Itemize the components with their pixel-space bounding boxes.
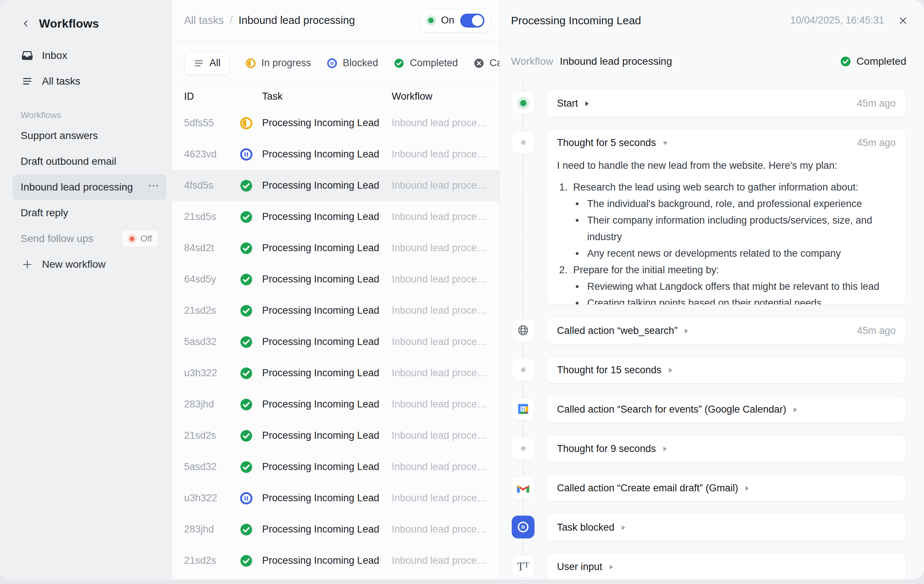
bullet-dot: • — [575, 295, 587, 305]
task-workflow: Inbound lead processing — [392, 524, 488, 535]
task-id: 21sd2s — [184, 305, 239, 316]
task-id: 21sd5s — [184, 211, 239, 222]
bullet-text: Creating talking points based on their p… — [587, 295, 821, 305]
status-dot-icon — [428, 18, 434, 23]
inbox-icon — [21, 49, 34, 62]
toggle-switch[interactable] — [460, 13, 485, 28]
table-row[interactable]: 21sd2sProcessing Incoming LeadInbound le… — [172, 295, 500, 326]
sidebar-item-send-follow-ups[interactable]: Send follow upsOff — [13, 226, 167, 252]
chevron-right-icon — [744, 485, 750, 492]
table-row[interactable]: 4fsd5sProcessing Incoming LeadInbound le… — [172, 170, 500, 201]
timeline-card-start[interactable]: Start45m ago — [546, 90, 906, 117]
blocked-icon — [327, 58, 338, 69]
more-options-icon[interactable]: ⋯ — [148, 185, 160, 189]
timeline-card-header: Thought for 15 seconds — [547, 357, 906, 383]
table-row[interactable]: 64sd5yProcessing Incoming LeadInbound le… — [172, 264, 500, 295]
task-workflow: Inbound lead processing — [392, 305, 488, 316]
timeline-card-title: User input — [557, 561, 602, 572]
timeline-timestamp: 45m ago — [857, 98, 896, 109]
sidebar-nav: InboxAll tasks — [0, 43, 172, 94]
blocked-icon — [239, 148, 262, 161]
blocked-icon — [239, 491, 262, 505]
table-row[interactable]: 21sd2sProcessing Incoming LeadInbound le… — [172, 545, 500, 576]
task-id: u3h322 — [184, 367, 239, 379]
tasks-header: All tasks / Inbound lead processing On — [172, 0, 500, 41]
sidebar-item-label: Inbox — [42, 49, 68, 61]
task-name: Processing Incoming Lead — [262, 117, 392, 129]
timeline-card-thought-for-9-seconds[interactable]: Thought for 9 seconds — [546, 435, 906, 462]
bullet-text: Any recent news or developments related … — [587, 245, 841, 262]
filter-tab-cancelled[interactable]: Cancelled — [474, 58, 500, 69]
table-row[interactable]: u3h322Processing Incoming LeadInbound le… — [172, 482, 500, 514]
gmail-icon — [516, 481, 530, 494]
workflow-on-toggle[interactable]: On — [421, 9, 491, 32]
task-id: 5asd32 — [184, 461, 239, 472]
sidebar-item-draft-reply[interactable]: Draft reply — [13, 200, 167, 226]
detail-workflow-row: Workflow Inbound lead processing Complet… — [500, 41, 924, 82]
task-name: Processing Incoming Lead — [262, 461, 392, 472]
thought-intro: I need to handle the new lead from the w… — [557, 157, 896, 174]
task-workflow: Inbound lead processing — [392, 148, 488, 160]
task-workflow: Inbound lead processing — [392, 555, 488, 566]
sidebar-item-inbox[interactable]: Inbox — [0, 43, 172, 68]
table-row[interactable]: 5asd32Processing Incoming LeadInbound le… — [172, 326, 500, 357]
detail-title: Processing Incoming Lead — [511, 14, 641, 27]
completed-icon — [840, 56, 851, 67]
timeline-card-title: Thought for 15 seconds — [557, 364, 662, 376]
timeline-card-header: Called action “web_search”45m ago — [547, 317, 906, 344]
table-row[interactable]: 4623vdProcessing Incoming LeadInbound le… — [172, 139, 500, 170]
timeline-card-task-blocked[interactable]: Task blocked — [546, 514, 906, 541]
timeline-timestamp: 45m ago — [857, 137, 896, 148]
table-row[interactable]: 283jhdProcessing Incoming LeadInbound le… — [172, 389, 500, 420]
filter-tab-blocked[interactable]: Blocked — [327, 58, 378, 69]
off-dot-icon — [130, 237, 134, 241]
thought-bullet-item: •Reviewing what Langdock offers that mig… — [557, 278, 896, 295]
timeline-card-thought-for-15-seconds[interactable]: Thought for 15 seconds — [546, 356, 906, 383]
user-input-icon: TT — [517, 561, 529, 572]
table-row[interactable]: 21sd2sProcessing Incoming LeadInbound le… — [172, 420, 500, 451]
back-button[interactable] — [21, 18, 31, 29]
table-row[interactable]: 84sd2tProcessing Incoming LeadInbound le… — [172, 232, 500, 264]
sidebar-item-draft-outbound-email[interactable]: Draft outbound email — [13, 148, 167, 174]
status-label: Completed — [856, 56, 906, 67]
timeline-step-badge — [512, 319, 535, 342]
timeline-card-user-input[interactable]: User input — [546, 553, 906, 579]
timeline-step-badge — [512, 476, 535, 499]
status-badge: Completed — [840, 56, 906, 67]
table-header-row: IDTaskWorkflow — [172, 86, 500, 107]
sidebar-header: Workflows — [0, 15, 172, 32]
workflow-label: Workflow — [511, 56, 553, 67]
breadcrumb-all-tasks[interactable]: All tasks — [184, 14, 224, 26]
timeline-card-thought-for-5-seconds[interactable]: Thought for 5 seconds45m agoI need to ha… — [546, 129, 906, 305]
task-name: Processing Incoming Lead — [262, 305, 392, 316]
filter-tab-all[interactable]: All — [184, 51, 230, 75]
close-button[interactable] — [895, 13, 911, 28]
task-name: Processing Incoming Lead — [262, 274, 392, 285]
timeline-card-called-action-create-email-draft-gmail[interactable]: Called action “Create email draft” (Gmai… — [546, 474, 906, 502]
sidebar-item-inbound-lead-processing[interactable]: Inbound lead processing⋯ — [13, 174, 167, 200]
app-window: Workflows InboxAll tasks Workflows Suppo… — [0, 0, 924, 579]
completed-icon — [239, 241, 262, 255]
sidebar-item-support-answers[interactable]: Support answers — [13, 123, 167, 148]
workflow-item-label: Draft outbound email — [21, 156, 160, 167]
svg-text:31: 31 — [521, 407, 525, 411]
filter-label: All — [210, 58, 221, 69]
column-header-id: ID — [184, 91, 239, 102]
table-row[interactable]: 5dfs55Processing Incoming LeadInbound le… — [172, 107, 500, 139]
table-row[interactable]: u3h322Processing Incoming LeadInbound le… — [172, 357, 500, 389]
completed-icon — [239, 273, 262, 286]
thought-dot-icon — [521, 446, 526, 451]
table-row[interactable]: 5asd32Processing Incoming LeadInbound le… — [172, 451, 500, 482]
filter-label: Completed — [410, 58, 458, 69]
timeline-card-called-action-search-for-events-google-calendar[interactable]: Called action “Search for events” (Googl… — [546, 396, 906, 423]
table-row[interactable]: 21sd5sProcessing Incoming LeadInbound le… — [172, 201, 500, 232]
filter-tab-completed[interactable]: Completed — [394, 58, 458, 69]
breadcrumb-separator: / — [230, 14, 233, 26]
sidebar-item-label: All tasks — [42, 76, 80, 87]
new-workflow-button[interactable]: New workflow — [0, 252, 172, 277]
timeline-card-called-action-web-search[interactable]: Called action “web_search”45m ago — [546, 317, 906, 344]
filter-tab-in-progress[interactable]: In progress — [245, 58, 311, 69]
table-row[interactable]: 283jhdProcessing Incoming LeadInbound le… — [172, 514, 500, 545]
workflow-name: Inbound lead processing — [560, 56, 672, 67]
sidebar-item-all-tasks[interactable]: All tasks — [0, 68, 172, 94]
